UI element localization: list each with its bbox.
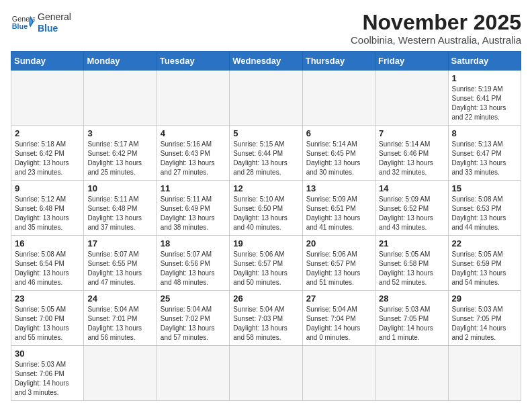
weekday-header-row: SundayMondayTuesdayWednesdayThursdayFrid…: [11, 52, 521, 71]
day-number: 30: [15, 349, 80, 359]
calendar-cell: 15Sunrise: 5:08 AM Sunset: 6:53 PM Dayli…: [448, 181, 521, 236]
day-info: Sunrise: 5:04 AM Sunset: 7:03 PM Dayligh…: [233, 305, 298, 342]
day-number: 23: [15, 293, 80, 304]
day-info: Sunrise: 5:04 AM Sunset: 7:02 PM Dayligh…: [161, 305, 226, 342]
day-number: 14: [379, 183, 444, 193]
day-number: 12: [233, 183, 298, 193]
calendar-cell: 26Sunrise: 5:04 AM Sunset: 7:03 PM Dayli…: [230, 291, 302, 346]
calendar-cell: [157, 346, 229, 401]
logo-blue: Blue: [38, 23, 71, 34]
day-info: Sunrise: 5:12 AM Sunset: 6:48 PM Dayligh…: [15, 195, 80, 232]
day-info: Sunrise: 5:08 AM Sunset: 6:53 PM Dayligh…: [452, 195, 517, 232]
weekday-header-thursday: Thursday: [302, 52, 375, 71]
day-info: Sunrise: 5:11 AM Sunset: 6:48 PM Dayligh…: [87, 195, 152, 232]
weekday-header-sunday: Sunday: [11, 52, 84, 71]
page-header: General Blue General Blue November 2025 …: [11, 11, 521, 46]
weekday-header-friday: Friday: [375, 52, 448, 71]
day-number: 15: [452, 183, 517, 193]
day-info: Sunrise: 5:13 AM Sunset: 6:47 PM Dayligh…: [452, 140, 517, 177]
day-info: Sunrise: 5:07 AM Sunset: 6:56 PM Dayligh…: [161, 250, 226, 287]
day-number: 16: [15, 238, 80, 248]
calendar-cell: [302, 71, 375, 126]
calendar-cell: 30Sunrise: 5:03 AM Sunset: 7:06 PM Dayli…: [11, 346, 84, 401]
calendar-cell: [84, 71, 157, 126]
calendar-cell: 5Sunrise: 5:15 AM Sunset: 6:44 PM Daylig…: [230, 126, 302, 181]
title-section: November 2025 Coolbinia, Western Austral…: [351, 11, 521, 46]
day-number: 9: [15, 183, 80, 193]
calendar-cell: 22Sunrise: 5:05 AM Sunset: 6:59 PM Dayli…: [448, 236, 521, 291]
calendar-cell: 28Sunrise: 5:03 AM Sunset: 7:05 PM Dayli…: [375, 291, 448, 346]
calendar-cell: 3Sunrise: 5:17 AM Sunset: 6:42 PM Daylig…: [84, 126, 157, 181]
day-number: 20: [306, 238, 371, 248]
calendar-cell: [230, 71, 302, 126]
calendar-cell: 10Sunrise: 5:11 AM Sunset: 6:48 PM Dayli…: [84, 181, 157, 236]
location-title: Coolbinia, Western Australia, Australia: [351, 34, 521, 46]
calendar-cell: 1Sunrise: 5:19 AM Sunset: 6:41 PM Daylig…: [448, 71, 521, 126]
day-number: 27: [306, 293, 371, 304]
calendar-cell: 16Sunrise: 5:08 AM Sunset: 6:54 PM Dayli…: [11, 236, 84, 291]
day-info: Sunrise: 5:07 AM Sunset: 6:55 PM Dayligh…: [87, 250, 152, 287]
calendar-cell: 29Sunrise: 5:03 AM Sunset: 7:05 PM Dayli…: [448, 291, 521, 346]
day-info: Sunrise: 5:17 AM Sunset: 6:42 PM Dayligh…: [87, 140, 152, 177]
calendar-cell: [375, 346, 448, 401]
calendar-cell: 11Sunrise: 5:11 AM Sunset: 6:49 PM Dayli…: [157, 181, 229, 236]
calendar-cell: [157, 71, 229, 126]
day-info: Sunrise: 5:03 AM Sunset: 7:05 PM Dayligh…: [379, 305, 444, 342]
calendar-cell: [448, 346, 521, 401]
calendar-table: SundayMondayTuesdayWednesdayThursdayFrid…: [11, 51, 521, 401]
day-number: 2: [15, 128, 80, 138]
weekday-header-monday: Monday: [84, 52, 157, 71]
calendar-cell: 24Sunrise: 5:04 AM Sunset: 7:01 PM Dayli…: [84, 291, 157, 346]
calendar-cell: [230, 346, 302, 401]
calendar-cell: 17Sunrise: 5:07 AM Sunset: 6:55 PM Dayli…: [84, 236, 157, 291]
month-title: November 2025: [351, 11, 521, 34]
day-info: Sunrise: 5:06 AM Sunset: 6:57 PM Dayligh…: [233, 250, 298, 287]
weekday-header-wednesday: Wednesday: [230, 52, 302, 71]
calendar-cell: 4Sunrise: 5:16 AM Sunset: 6:43 PM Daylig…: [157, 126, 229, 181]
day-number: 10: [87, 183, 152, 193]
day-info: Sunrise: 5:18 AM Sunset: 6:42 PM Dayligh…: [15, 140, 80, 177]
calendar-cell: 12Sunrise: 5:10 AM Sunset: 6:50 PM Dayli…: [230, 181, 302, 236]
day-info: Sunrise: 5:05 AM Sunset: 7:00 PM Dayligh…: [15, 305, 80, 342]
calendar-cell: 27Sunrise: 5:04 AM Sunset: 7:04 PM Dayli…: [302, 291, 375, 346]
day-number: 4: [161, 128, 226, 138]
day-info: Sunrise: 5:11 AM Sunset: 6:49 PM Dayligh…: [161, 195, 226, 232]
day-info: Sunrise: 5:19 AM Sunset: 6:41 PM Dayligh…: [452, 85, 517, 122]
day-info: Sunrise: 5:15 AM Sunset: 6:44 PM Dayligh…: [233, 140, 298, 177]
day-info: Sunrise: 5:03 AM Sunset: 7:06 PM Dayligh…: [15, 360, 80, 398]
logo-general: General: [38, 11, 71, 23]
day-info: Sunrise: 5:08 AM Sunset: 6:54 PM Dayligh…: [15, 250, 80, 287]
day-number: 19: [233, 238, 298, 248]
day-number: 24: [87, 293, 152, 304]
day-info: Sunrise: 5:03 AM Sunset: 7:05 PM Dayligh…: [452, 305, 517, 342]
day-info: Sunrise: 5:16 AM Sunset: 6:43 PM Dayligh…: [161, 140, 226, 177]
day-number: 3: [87, 128, 152, 138]
calendar-cell: [84, 346, 157, 401]
calendar-cell: 2Sunrise: 5:18 AM Sunset: 6:42 PM Daylig…: [11, 126, 84, 181]
calendar-cell: 23Sunrise: 5:05 AM Sunset: 7:00 PM Dayli…: [11, 291, 84, 346]
calendar-cell: [302, 346, 375, 401]
calendar-cell: 6Sunrise: 5:14 AM Sunset: 6:45 PM Daylig…: [302, 126, 375, 181]
day-info: Sunrise: 5:09 AM Sunset: 6:52 PM Dayligh…: [379, 195, 444, 232]
calendar-week-row: 9Sunrise: 5:12 AM Sunset: 6:48 PM Daylig…: [11, 181, 521, 236]
day-number: 26: [233, 293, 298, 304]
day-info: Sunrise: 5:09 AM Sunset: 6:51 PM Dayligh…: [306, 195, 371, 232]
calendar-cell: 13Sunrise: 5:09 AM Sunset: 6:51 PM Dayli…: [302, 181, 375, 236]
day-number: 25: [161, 293, 226, 304]
day-info: Sunrise: 5:06 AM Sunset: 6:57 PM Dayligh…: [306, 250, 371, 287]
day-number: 8: [452, 128, 517, 138]
calendar-week-row: 30Sunrise: 5:03 AM Sunset: 7:06 PM Dayli…: [11, 346, 521, 401]
day-info: Sunrise: 5:05 AM Sunset: 6:58 PM Dayligh…: [379, 250, 444, 287]
calendar-week-row: 1Sunrise: 5:19 AM Sunset: 6:41 PM Daylig…: [11, 71, 521, 126]
weekday-header-tuesday: Tuesday: [157, 52, 229, 71]
day-number: 28: [379, 293, 444, 304]
day-info: Sunrise: 5:10 AM Sunset: 6:50 PM Dayligh…: [233, 195, 298, 232]
day-number: 6: [306, 128, 371, 138]
day-number: 13: [306, 183, 371, 193]
day-info: Sunrise: 5:14 AM Sunset: 6:45 PM Dayligh…: [306, 140, 371, 177]
day-number: 17: [87, 238, 152, 248]
calendar-cell: 21Sunrise: 5:05 AM Sunset: 6:58 PM Dayli…: [375, 236, 448, 291]
day-number: 1: [452, 73, 517, 83]
calendar-cell: 19Sunrise: 5:06 AM Sunset: 6:57 PM Dayli…: [230, 236, 302, 291]
calendar-week-row: 23Sunrise: 5:05 AM Sunset: 7:00 PM Dayli…: [11, 291, 521, 346]
